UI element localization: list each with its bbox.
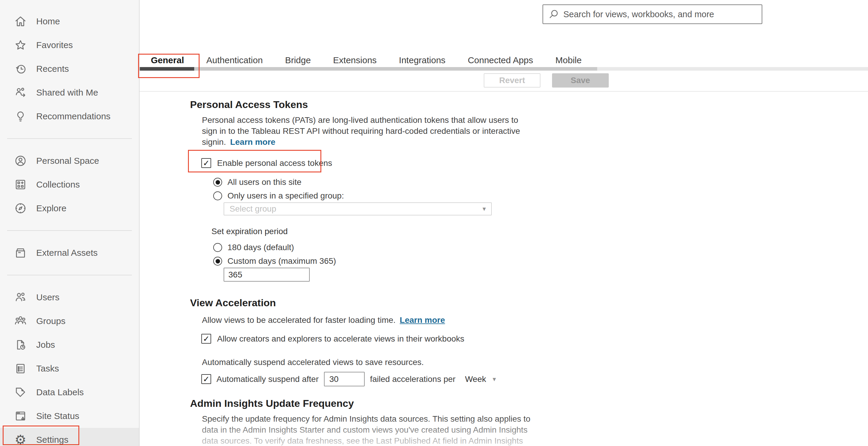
radio-custom-days-label: Custom days (maximum 365) <box>227 256 336 266</box>
sidebar-item-recents[interactable]: Recents <box>0 57 139 81</box>
history-clock-icon <box>14 62 27 76</box>
radio-unselected-icon <box>213 243 222 252</box>
sidebar-item-label: Users <box>36 292 59 302</box>
enable-pat-checkbox[interactable]: ✓ <box>202 158 211 168</box>
sidebar-item-users[interactable]: Users <box>0 285 139 309</box>
task-list-icon <box>14 362 27 375</box>
checkmark-icon: ✓ <box>203 375 210 384</box>
view-acceleration-description: Allow views to be accelerated for faster… <box>202 314 868 325</box>
lightbulb-icon <box>14 109 27 123</box>
sidebar-item-label: Personal Space <box>36 156 99 166</box>
allow-acceleration-checkbox[interactable]: ✓ <box>202 334 211 344</box>
admin-insights-section-title: Admin Insights Update Frequency <box>190 398 868 409</box>
revert-button[interactable]: Revert <box>484 73 540 88</box>
chevron-down-icon: ▾ <box>493 375 496 383</box>
radio-specified-group[interactable]: Only users in a specified group: <box>213 191 868 201</box>
sidebar-item-label: Groups <box>36 316 65 326</box>
radio-all-users[interactable]: All users on this site <box>213 177 868 187</box>
sidebar-item-label: Recommendations <box>36 111 111 122</box>
suspend-period-dropdown[interactable]: Week ▾ <box>465 375 496 384</box>
sidebar-item-label: Home <box>36 16 60 26</box>
radio-custom-days[interactable]: Custom days (maximum 365) <box>213 256 868 266</box>
select-group-dropdown[interactable]: Select group ▾ <box>224 202 492 215</box>
failed-accelerations-input[interactable] <box>324 372 365 386</box>
sidebar-item-data-labels[interactable]: Data Labels <box>0 380 139 404</box>
settings-tabs-zone: General Authentication Bridge Extensions… <box>140 0 868 95</box>
radio-180-days[interactable]: 180 days (default) <box>213 243 868 252</box>
radio-selected-icon <box>213 257 222 266</box>
select-group-placeholder: Select group <box>229 204 276 214</box>
sidebar: Home Favorites Recents Shared with Me Re… <box>0 0 140 446</box>
sidebar-group-spaces: Personal Space Collections Explore <box>0 149 139 220</box>
pat-description-line: Personal access tokens (PATs) are long-l… <box>202 114 868 126</box>
tab-extensions[interactable]: Extensions <box>333 55 377 65</box>
archive-box-icon <box>14 246 27 260</box>
tab-row: General Authentication Bridge Extensions… <box>151 55 582 65</box>
custom-days-input[interactable] <box>224 268 310 282</box>
sidebar-item-label: Jobs <box>36 340 55 350</box>
suspend-intro-text: Automatically suspend accelerated views … <box>202 357 868 368</box>
allow-acceleration-row: ✓ Allow creators and explorers to accele… <box>202 334 868 344</box>
sidebar-item-jobs[interactable]: Jobs <box>0 333 139 357</box>
pat-scope-radio-group: All users on this site Only users in a s… <box>213 177 868 201</box>
collections-grid-icon <box>14 178 27 192</box>
tab-mobile[interactable]: Mobile <box>555 55 582 65</box>
sidebar-item-shared-with-me[interactable]: Shared with Me <box>0 81 139 104</box>
compass-icon <box>14 202 27 215</box>
sidebar-divider <box>7 138 132 139</box>
home-icon <box>14 14 27 28</box>
pat-description-line: signin.Learn more <box>202 137 868 147</box>
sidebar-item-collections[interactable]: Collections <box>0 173 139 197</box>
star-icon <box>14 38 27 52</box>
sidebar-item-recommendations[interactable]: Recommendations <box>0 104 139 128</box>
suspend-period-value: Week <box>465 375 486 384</box>
pat-description-tail: signin. <box>202 137 226 146</box>
sidebar-item-explore[interactable]: Explore <box>0 197 139 220</box>
document-clock-icon <box>14 338 27 352</box>
shared-with-me-icon <box>14 86 27 99</box>
users-icon <box>14 290 27 304</box>
sidebar-item-label: Explore <box>36 203 66 213</box>
view-acceleration-learn-more-link[interactable]: Learn more <box>400 315 445 324</box>
expiration-period-label: Set expiration period <box>211 227 868 236</box>
sidebar-item-label: Recents <box>36 64 69 74</box>
settings-content: Personal Access Tokens Personal access t… <box>140 92 868 446</box>
tab-connected-apps[interactable]: Connected Apps <box>468 55 533 65</box>
pat-learn-more-link[interactable]: Learn more <box>230 137 276 146</box>
sidebar-item-settings[interactable]: ⚙ Settings <box>0 428 139 446</box>
sidebar-item-site-status[interactable]: Site Status <box>0 404 139 428</box>
radio-all-users-label: All users on this site <box>227 177 302 187</box>
view-acceleration-section-title: View Acceleration <box>190 297 868 309</box>
sidebar-item-label: Settings <box>36 435 68 445</box>
tableau-settings-page: Home Favorites Recents Shared with Me Re… <box>0 0 868 446</box>
enable-pat-row: ✓ Enable personal access tokens <box>202 158 326 168</box>
save-button[interactable]: Save <box>552 73 609 88</box>
sidebar-divider <box>7 230 132 231</box>
main-area: ? SA General Authentication Bridge Exten… <box>140 0 868 446</box>
radio-180-days-label: 180 days (default) <box>227 243 294 252</box>
sidebar-item-label: Favorites <box>36 40 73 50</box>
sidebar-group-personal: Home Favorites Recents Shared with Me Re… <box>0 0 139 128</box>
sidebar-item-personal-space[interactable]: Personal Space <box>0 149 139 173</box>
sidebar-item-favorites[interactable]: Favorites <box>0 33 139 57</box>
tab-track-active <box>140 67 597 71</box>
sidebar-item-label: Shared with Me <box>36 88 98 98</box>
tab-integrations[interactable]: Integrations <box>399 55 445 65</box>
expiration-radio-group: 180 days (default) Custom days (maximum … <box>213 243 868 266</box>
sidebar-item-tasks[interactable]: Tasks <box>0 357 139 380</box>
auto-suspend-checkbox[interactable]: ✓ <box>202 374 211 384</box>
gear-icon: ⚙ <box>14 433 27 446</box>
sidebar-item-label: Collections <box>36 179 80 190</box>
sidebar-group-admin: Users Groups Jobs Tasks Data Labels Site… <box>0 285 139 446</box>
sidebar-item-groups[interactable]: Groups <box>0 309 139 333</box>
tab-authentication[interactable]: Authentication <box>206 55 263 65</box>
checkmark-icon: ✓ <box>203 334 210 344</box>
person-circle-icon <box>14 154 27 168</box>
sidebar-item-external-assets[interactable]: External Assets <box>0 241 139 265</box>
tag-icon <box>14 385 27 399</box>
auto-suspend-suffix-label: failed accelerations per <box>370 375 456 384</box>
annotation-box-general-tab <box>138 54 199 78</box>
tab-bridge[interactable]: Bridge <box>285 55 311 65</box>
sidebar-item-home[interactable]: Home <box>0 9 139 33</box>
sidebar-divider <box>7 275 132 275</box>
